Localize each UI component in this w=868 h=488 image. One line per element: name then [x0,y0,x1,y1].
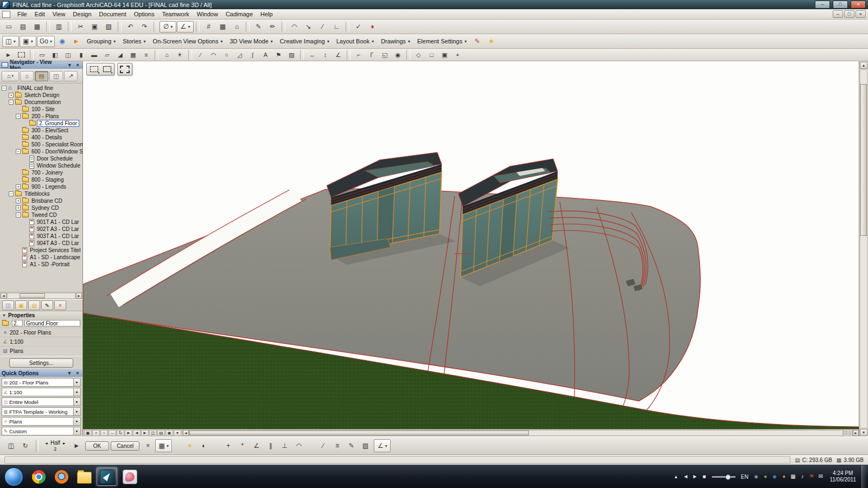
tree-item[interactable]: 901T A1 - CD Lar [0,219,82,226]
tree-expand-toggle[interactable] [16,184,21,189]
marquee-close-icon[interactable]: × [141,439,155,452]
play-button[interactable]: ► [70,439,84,452]
menu-edit[interactable]: Edit [31,10,49,18]
drawings-menu[interactable]: Drawings [378,37,413,46]
v-scroll-track[interactable] [860,69,867,428]
pick-up-parameters-icon[interactable]: ✎ [252,21,265,33]
fillet-icon[interactable]: ◠ [288,21,301,33]
project-map-tab[interactable]: ⌂ [20,71,34,81]
show-all-icon[interactable]: ▣ [84,430,92,436]
volume-icon[interactable]: ♪ [799,474,806,479]
tree-expand-toggle[interactable] [2,86,7,91]
separator[interactable] [282,22,285,31]
cancel-button[interactable]: Cancel [111,441,139,451]
special-snap-icon[interactable]: * [235,439,249,452]
interior-elevation-icon[interactable]: ◱ [379,49,391,60]
media-play-icon[interactable]: ► [692,474,699,479]
h-scroll-left-button[interactable] [183,430,189,436]
navigator-scroll-thumb[interactable] [20,293,45,298]
nav-extras-icon[interactable]: ▾ [174,430,181,436]
quick-option-layer-combination[interactable]: Plans [2,417,81,426]
scroll-left-button[interactable] [1,293,7,299]
menu-file[interactable]: File [14,10,31,18]
navigator-close-button[interactable] [74,62,81,68]
roof-tool-icon[interactable]: ◢ [114,49,126,60]
circle-tool-icon[interactable]: ○ [220,49,233,60]
media-stop-icon[interactable]: ■ [701,474,708,479]
restore-button[interactable] [833,1,848,9]
element-settings-menu[interactable]: Element Settings [414,37,470,46]
lamp-tool-icon[interactable]: ☀ [174,49,186,60]
mdi-close-button[interactable] [856,10,866,18]
camera-tool-icon[interactable]: ◉ [392,49,404,60]
tree-item[interactable]: 600 - Door/Window S [0,148,82,155]
hatch-edit-icon[interactable]: ▨ [359,439,372,452]
previous-view-icon[interactable]: ◄ [133,430,141,436]
orbit-icon[interactable]: ↻ [117,430,124,436]
hidden-icons-button[interactable] [673,474,680,479]
separator[interactable] [406,50,410,60]
floor-name-field[interactable]: Ground Floor [24,320,80,326]
tree-item[interactable]: Sketch Design [0,92,82,99]
h-scroll-right-button[interactable] [853,430,859,436]
angle-dimension-icon[interactable]: ∠ [332,49,344,60]
elevation-tool-icon[interactable]: Γ [366,49,378,60]
tree-item[interactable]: A1 - SD - Landscape [0,254,82,261]
start-button[interactable] [4,467,23,486]
split-icon[interactable]: ∕ [316,21,329,33]
tree-item[interactable]: 300 - Elev/Sect [0,127,82,134]
messenger-icon[interactable]: ● [780,474,787,479]
level-dimension-icon[interactable]: ↕ [319,49,331,60]
save-view-icon[interactable]: ◫ [2,300,14,310]
separator[interactable] [118,22,122,31]
favorites-icon[interactable]: ★ [484,35,498,47]
copy-icon[interactable]: ▣ [88,21,101,33]
tree-item[interactable]: 902T A3 - CD Lar [0,226,82,233]
network-icon[interactable]: ▦ [789,474,796,479]
tree-item[interactable]: 2. Ground Floor [0,120,82,127]
menu-view[interactable]: View [49,10,69,18]
marquee-solid-button[interactable] [100,64,113,74]
new-folder-icon[interactable]: ▣ [15,300,27,310]
object-tool-icon[interactable]: ⌂ [161,49,173,60]
hotspot-tool-icon[interactable]: + [451,49,464,60]
cut-icon[interactable]: ✂ [74,21,87,33]
quick-option-arrow[interactable] [73,398,80,406]
viewport[interactable]: ▣+−↔↻►◄►◫▤◉▾ [83,61,859,436]
cadimage-tools-icon[interactable]: ♦ [366,21,379,33]
window-select-combo[interactable]: ◫ [2,36,19,47]
check-documents-icon[interactable]: ✓ [352,21,365,33]
fill-tool-icon[interactable]: ▨ [285,49,298,60]
tree-expand-toggle[interactable] [16,213,21,217]
stepper-left-icon[interactable] [44,440,48,446]
quick-options-close-button[interactable] [74,370,81,376]
explore-icon[interactable]: ► [125,430,132,436]
dimension-tool-icon[interactable]: ↔ [306,49,318,60]
tree-expand-toggle[interactable] [9,93,14,98]
next-view-icon[interactable]: ► [141,430,149,436]
suspend-groups-combo[interactable]: ∅ [159,21,176,33]
open-project-icon[interactable]: ▤ [16,21,30,33]
tree-item[interactable]: Brisbane CD [0,197,82,204]
polyline-edit-icon[interactable]: ∕ [316,439,330,452]
tree-item[interactable]: 100 - Site [0,106,82,113]
tree-item[interactable]: 800 - Staging [0,176,82,183]
menu-document[interactable]: Document [95,10,130,18]
slab-tool-icon[interactable]: ▱ [101,49,113,60]
tree-item[interactable]: FINAL cad fine [0,85,82,92]
snap-options-combo[interactable]: ∠ [177,21,194,33]
quick-option-arrow[interactable] [73,418,80,425]
edit-view-icon[interactable]: ✎ [41,300,53,310]
security-icon[interactable]: ⚑ [808,474,815,479]
tree-item[interactable]: Documentation [0,99,82,106]
taskbar-explorer[interactable] [74,467,94,486]
publisher-tab[interactable]: ↗ [64,71,78,81]
menu-window[interactable]: Window [193,10,222,18]
print-icon[interactable]: ▥ [52,21,66,33]
grid-snap-icon[interactable]: ▦ [216,21,229,33]
media-previous-icon[interactable]: ◄ [682,474,690,479]
stepper-right-icon[interactable] [62,440,66,446]
polyline-tool-icon[interactable]: ◿ [233,49,246,60]
tree-item[interactable]: Tweed CD [0,211,82,219]
v-scroll-thumb[interactable] [860,84,867,235]
